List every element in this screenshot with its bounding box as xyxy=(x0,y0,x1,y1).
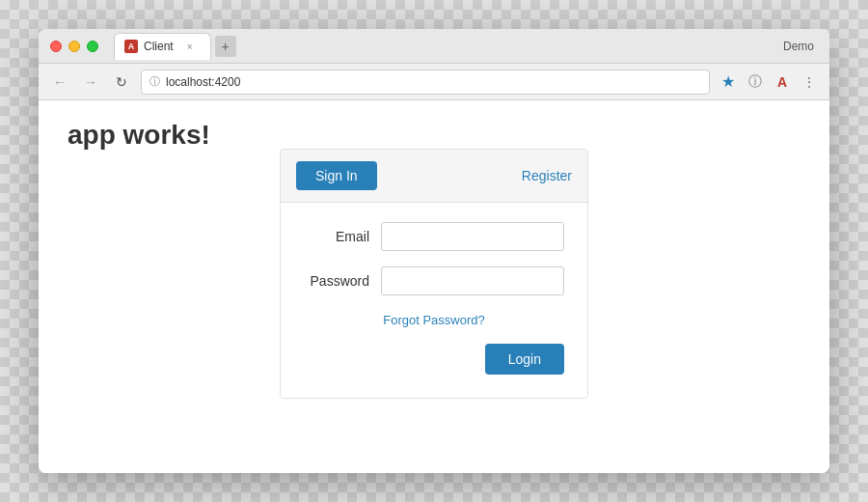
account-icon[interactable]: A xyxy=(772,71,793,93)
email-input[interactable] xyxy=(381,222,564,251)
new-tab-button[interactable]: + xyxy=(215,36,236,57)
title-bar: A Client × + Demo xyxy=(39,29,829,64)
password-label: Password xyxy=(304,273,369,289)
forgot-password-link[interactable]: Forgot Password? xyxy=(383,313,485,327)
tab-bar: A Client × + xyxy=(114,33,783,60)
back-button[interactable]: ← xyxy=(48,70,71,94)
app-works-heading: app works! xyxy=(39,100,829,151)
info-icon[interactable]: ⓘ xyxy=(745,71,766,93)
register-tab[interactable]: Register xyxy=(522,168,572,183)
profile-label: Demo xyxy=(783,40,818,53)
tab-close-button[interactable]: × xyxy=(183,40,197,53)
signin-tab[interactable]: Sign In xyxy=(296,161,377,190)
password-form-group: Password xyxy=(304,266,564,295)
address-bar[interactable]: ⓘ localhost:4200 xyxy=(141,70,710,95)
angular-icon: A xyxy=(124,40,138,53)
password-input[interactable] xyxy=(381,266,564,295)
signin-card: Sign In Register Email Password Forgot P… xyxy=(280,149,588,399)
lock-icon: ⓘ xyxy=(149,74,160,89)
traffic-lights xyxy=(50,41,98,52)
card-body: Email Password Forgot Password? Login xyxy=(281,203,587,398)
bookmark-icon[interactable]: ★ xyxy=(718,71,739,93)
tab-title: Client xyxy=(144,40,174,53)
email-label: Email xyxy=(304,229,369,244)
active-tab[interactable]: A Client × xyxy=(114,33,211,60)
minimize-button[interactable] xyxy=(68,41,80,52)
maximize-button[interactable] xyxy=(87,41,98,52)
forgot-password-link-wrapper: Forgot Password? xyxy=(304,311,564,328)
page-content: app works! Sign In Register Email Passwo… xyxy=(39,100,829,473)
forward-button[interactable]: → xyxy=(79,70,102,94)
address-text: localhost:4200 xyxy=(166,75,701,89)
login-row: Login xyxy=(304,344,564,375)
browser-window: A Client × + Demo ← → ↻ ⓘ localhost:4200… xyxy=(39,29,829,473)
email-form-group: Email xyxy=(304,222,564,251)
refresh-button[interactable]: ↻ xyxy=(110,70,133,94)
more-menu-icon[interactable]: ⋮ xyxy=(799,71,820,93)
login-button[interactable]: Login xyxy=(485,344,564,375)
nav-bar: ← → ↻ ⓘ localhost:4200 ★ ⓘ A ⋮ xyxy=(39,64,829,100)
card-tab-bar: Sign In Register xyxy=(281,150,587,202)
close-button[interactable] xyxy=(50,41,62,52)
nav-actions: ★ ⓘ A ⋮ xyxy=(718,71,820,93)
